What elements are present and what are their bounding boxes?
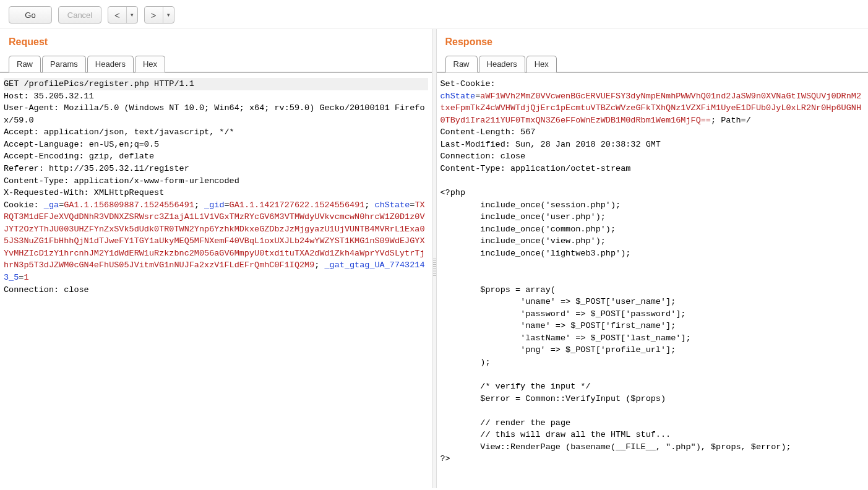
response-header-content-type: Content-Type: application/octet-stream <box>440 164 631 173</box>
panel-splitter[interactable] <box>432 29 437 488</box>
request-content[interactable]: GET /profilePics/register.php HTTP/1.1Ho… <box>0 72 432 488</box>
tab-hex[interactable]: Hex <box>135 56 165 72</box>
request-header-referer: Referer: http://35.205.32.11/register <box>4 164 189 173</box>
response-header-connection: Connection: close <box>440 152 526 161</box>
request-tabs: Raw Params Headers Hex <box>0 55 432 72</box>
cookie-ga-name: _ga <box>44 200 59 210</box>
cookie-chstate-value: aWF1WVh2MmZ0VVcwenBGcERVUEFSY3dyNmpENmhP… <box>440 92 862 125</box>
request-title: Request <box>0 29 432 51</box>
chevron-right-icon: > <box>145 7 163 23</box>
chevron-left-icon: < <box>108 7 127 23</box>
dropdown-icon[interactable]: ▾ <box>127 7 137 23</box>
request-header-accept: Accept: application/json, text/javascrip… <box>4 127 234 137</box>
request-header-ua: User-Agent: Mozilla/5.0 (Windows NT 10.0… <box>4 103 425 125</box>
cookie-gid-value: GA1.1.1421727622.1524556491 <box>230 200 365 210</box>
response-body: <?php include_once('session.php'); inclu… <box>440 188 791 463</box>
request-header-accept-encoding: Accept-Encoding: gzip, deflate <box>4 152 154 161</box>
cancel-button[interactable]: Cancel <box>58 6 101 24</box>
response-header-content-length: Content-Length: 567 <box>440 127 536 137</box>
cookie-chstate-name: chState <box>375 200 410 210</box>
prev-button[interactable]: < ▾ <box>108 6 138 24</box>
response-title: Response <box>437 29 869 51</box>
go-button[interactable]: Go <box>9 6 52 24</box>
request-header-connection: Connection: close <box>4 285 89 294</box>
tab-hex[interactable]: Hex <box>526 56 557 72</box>
panels-container: Request Raw Params Headers Hex GET /prof… <box>0 29 868 488</box>
request-header-cookie-label: Cookie: <box>4 200 44 210</box>
tab-params[interactable]: Params <box>42 56 86 72</box>
next-button[interactable]: > ▾ <box>144 6 174 24</box>
response-panel: Response Raw Headers Hex Set-Cookie: chS… <box>437 29 869 488</box>
request-header-host: Host: 35.205.32.11 <box>4 92 94 101</box>
cookie-gid-name: _gid <box>204 200 224 210</box>
response-header-last-modified: Last-Modified: Sun, 28 Jan 2018 20:38:32… <box>440 140 661 149</box>
response-header-set-cookie-label: Set-Cookie: <box>440 79 496 88</box>
tab-headers[interactable]: Headers <box>87 56 134 72</box>
request-header-x-requested-with: X-Requested-With: XMLHttpRequest <box>4 188 164 197</box>
dropdown-icon[interactable]: ▾ <box>163 7 174 23</box>
request-panel: Request Raw Params Headers Hex GET /prof… <box>0 29 432 488</box>
response-tabs: Raw Headers Hex <box>437 55 869 72</box>
cookie-path: ; Path=/ <box>711 116 751 125</box>
toolbar: Go Cancel < ▾ > ▾ <box>0 0 868 29</box>
request-header-content-type: Content-Type: application/x-www-form-url… <box>4 176 239 186</box>
tab-raw[interactable]: Raw <box>445 56 478 72</box>
cookie-ga-value: GA1.1.156809887.1524556491 <box>64 200 194 210</box>
tab-headers[interactable]: Headers <box>479 56 525 72</box>
cookie-gat-value: 1 <box>24 273 28 282</box>
cookie-chstate-name: chState <box>440 92 476 101</box>
response-content[interactable]: Set-Cookie: chState=aWF1WVh2MmZ0VVcwenBG… <box>437 72 869 488</box>
cookie-chstate-value: TXRQT3M1dEFJeXVQdDNhR3VDNXZSRWsrc3Z1ajA1… <box>4 200 425 270</box>
request-line: GET /profilePics/register.php HTTP/1.1 <box>4 78 428 90</box>
tab-raw[interactable]: Raw <box>9 56 41 72</box>
request-header-accept-language: Accept-Language: en-US,en;q=0.5 <box>4 140 159 149</box>
